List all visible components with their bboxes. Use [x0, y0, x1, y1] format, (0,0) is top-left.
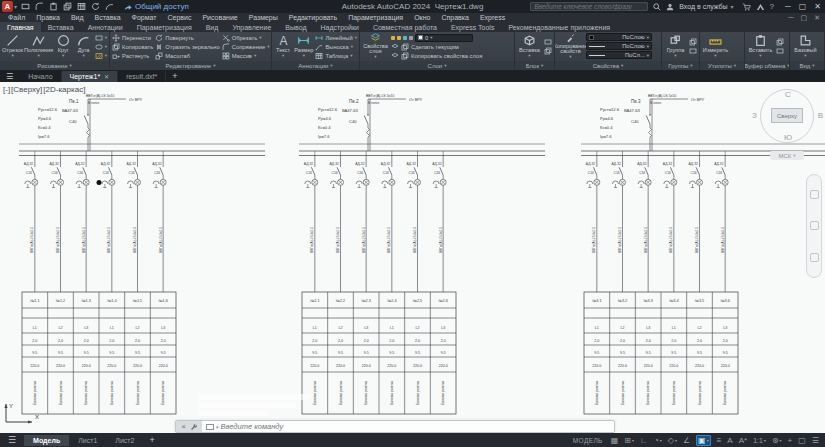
menu-item-1[interactable]: Файл [8, 14, 25, 21]
tool-copy-button[interactable] [544, 47, 552, 56]
tool-arc-button[interactable]: Дуга▾ [74, 33, 92, 60]
doc-minimize-button[interactable]: ─ [789, 14, 794, 22]
tool-rect-button[interactable] [689, 47, 697, 56]
tool-mirror-button[interactable]: Отразить зеркально [155, 42, 220, 51]
ribbon-tab-рекомендованные-приложения[interactable]: Рекомендованные приложения [501, 22, 617, 32]
tool-rect-button[interactable] [544, 38, 552, 47]
tool-baseview-button[interactable]: Базовый▾ [792, 33, 819, 60]
panel-label-props[interactable]: Свойства▾ [555, 61, 661, 70]
navigation-bar[interactable] [806, 174, 822, 278]
tool-text-button[interactable]: АТекст▾ [274, 33, 292, 60]
osnap-icon[interactable]: ▣▾ [696, 435, 711, 446]
ribbon-tab-вставка[interactable]: Вставка [41, 22, 81, 32]
clean-screen-icon[interactable]: ▢ [798, 436, 806, 445]
panel-label-annot[interactable]: Аннотации▾ [272, 61, 359, 70]
layout-menu-icon[interactable]: ☰ [0, 435, 24, 445]
search-icon[interactable] [653, 3, 661, 11]
panel-label-view[interactable]: Вид▾ [790, 61, 824, 70]
ribbon-tab-вид[interactable]: Вид [199, 22, 226, 32]
orbit-icon[interactable] [810, 253, 819, 262]
new-layout-button[interactable]: + [143, 435, 160, 446]
tool-rect-button[interactable] [776, 47, 784, 56]
panel-label-groups[interactable]: Группы▾ [662, 61, 699, 70]
tool-circle-button[interactable]: Круг▾ [54, 33, 72, 60]
tool-stretch-button[interactable]: Растянуть [112, 51, 153, 60]
menu-item-4[interactable]: Вставка [95, 14, 121, 21]
polar-icon[interactable]: ◔▾ [654, 436, 662, 445]
minimize-button[interactable]: ─ [785, 2, 791, 11]
command-recent-icon[interactable] [206, 424, 214, 430]
command-wrench-icon[interactable] [190, 423, 197, 430]
add-icon[interactable]: + [788, 436, 793, 445]
ortho-icon[interactable]: ∟ [640, 436, 648, 445]
tool-line-button[interactable]: Отрезок▾ [2, 33, 23, 60]
otrack-icon[interactable]: ∠ [683, 436, 690, 445]
snap-icon[interactable]: ⊞▾ [624, 436, 634, 445]
panel-label-utils[interactable]: Утилиты▾ [700, 61, 744, 70]
layout-tab-лист1[interactable]: Лист1 [69, 435, 106, 446]
menu-item-12[interactable]: Справка [441, 14, 468, 21]
command-input[interactable] [221, 422, 614, 431]
layout-tab-модель[interactable]: Модель [24, 435, 69, 446]
tool-move-button[interactable]: Перенести [112, 33, 153, 42]
layer-state-icon-4[interactable] [409, 36, 413, 40]
menu-item-11[interactable]: Окно [414, 14, 430, 21]
logo-caret-icon[interactable]: ▾ [14, 3, 17, 10]
tool-scale-button[interactable]: Масштаб [155, 51, 220, 60]
lineweight-icon[interactable]: ≡ [717, 436, 722, 445]
doc-restore-button[interactable]: ▢ [801, 14, 808, 22]
ribbon-tab-аннотации[interactable]: Аннотации [81, 22, 130, 32]
viewcube-west[interactable]: З [752, 111, 757, 120]
layer-dropdown[interactable]: 0▾ [415, 34, 473, 42]
tool-layerprops-button[interactable]: Свойства слоя▾ [362, 33, 389, 60]
doc-close-button[interactable]: ✕ [814, 14, 820, 22]
drawing-canvas[interactable]: [-] [Сверху] [2D-каркас] Руст=12.6Рр=4.6… [0, 82, 825, 433]
file-tab-2[interactable]: Чертеж1*✕ [62, 71, 119, 82]
layer-tool-row[interactable]: Копировать свойства слоя [391, 51, 482, 60]
tool-trim-button[interactable]: Обрезать▾ [222, 33, 270, 42]
share-button[interactable]: Общий доступ [124, 2, 189, 11]
tool-table-button[interactable]: Таблица▾ [315, 51, 357, 60]
panel-label-clipboard[interactable]: Буфер обмена▾ [745, 61, 789, 70]
autocad-logo-icon[interactable]: A [2, 1, 13, 12]
ribbon-tab-управление[interactable]: Управление [225, 22, 278, 32]
tool-fillet-button[interactable]: Сопряжение▾ [222, 42, 270, 51]
viewport-menu-control[interactable]: [-] [3, 85, 10, 94]
layer-tool-row[interactable]: Сделать текущим [391, 42, 482, 51]
property-dropdown-2[interactable]: ПоСлою▾ [586, 42, 652, 50]
menu-item-5[interactable]: Формат [132, 14, 157, 21]
tool-dim-button[interactable]: Размер▾ [294, 33, 313, 60]
panel-label-block[interactable]: Блок▾ [515, 61, 554, 70]
save-icon[interactable] [48, 2, 58, 12]
tool-leader-button[interactable]: Выноска▾ [315, 42, 357, 51]
command-caret-icon[interactable]: ▾ [216, 424, 219, 430]
grid-icon[interactable]: ▦ [611, 436, 619, 445]
tool-paste-button[interactable]: Вставить▾ [747, 33, 774, 60]
menu-icon[interactable]: ☰ [812, 436, 819, 445]
zoom-icon[interactable] [810, 221, 819, 230]
tool-copy-button[interactable] [776, 38, 784, 47]
tab-close-icon[interactable]: ✕ [104, 73, 109, 80]
viewcube-ucs-menu[interactable]: МСК▾ [770, 151, 804, 160]
layer-state-icon-2[interactable] [397, 36, 401, 40]
annotation-autoscale-icon[interactable]: А* [739, 436, 747, 445]
tool-hatch-button[interactable]: ▾ [95, 51, 107, 60]
panel-label-layers[interactable]: Слои▾ [360, 61, 514, 70]
annotation-scale-icon[interactable]: 1:1▾ [753, 437, 766, 444]
file-tab-3[interactable]: result.dxf* [118, 71, 166, 82]
menu-item-6[interactable]: Сервис [167, 14, 191, 21]
tool-copy-button[interactable]: Копировать [112, 42, 153, 51]
tool-copy-button[interactable] [689, 38, 697, 47]
menu-item-7[interactable]: Рисование [202, 14, 237, 21]
layer-state-icon-1[interactable] [391, 36, 395, 40]
new-drawing-tab-button[interactable]: + [166, 71, 183, 82]
tool-measure-button[interactable]: Измерить▾ [702, 33, 729, 60]
model-space-label[interactable]: МОДЕЛЬ [573, 437, 603, 444]
layout-tab-лист2[interactable]: Лист2 [106, 435, 143, 446]
panel-label-modify[interactable]: Редактирование▾ [110, 61, 271, 70]
annotation-visibility-icon[interactable]: А [727, 436, 732, 445]
menu-item-8[interactable]: Размеры [249, 14, 278, 21]
file-tabs-menu-icon[interactable]: ☰ [0, 72, 20, 82]
layer-state-icon-3[interactable] [403, 36, 407, 40]
save-as-icon[interactable] [62, 2, 72, 12]
